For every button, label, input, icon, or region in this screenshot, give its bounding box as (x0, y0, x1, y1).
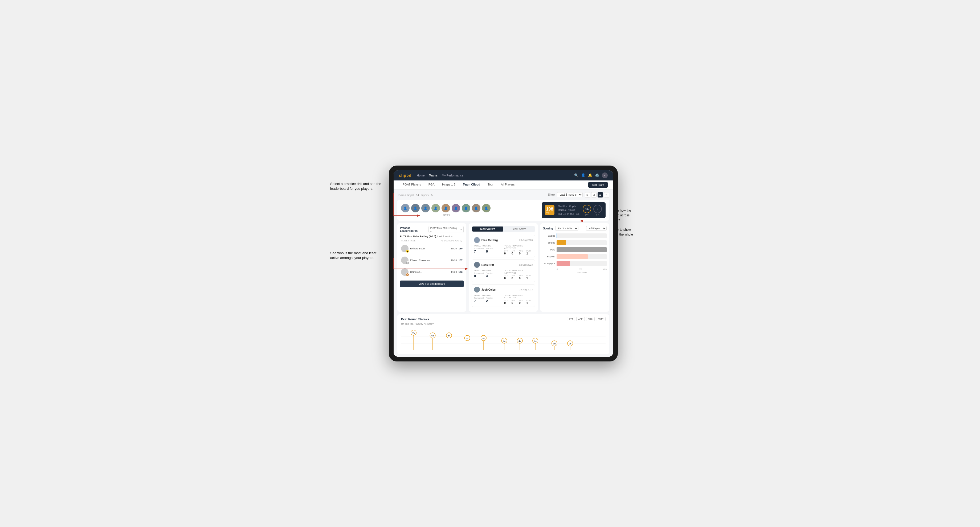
pac-header-1: Blair McHarg 26 Aug 2023 (474, 237, 533, 243)
lb-panel-header: Practice Leaderboards PUTT Must Make Put… (400, 226, 464, 233)
view-filter-icon[interactable]: ⇅ (604, 192, 609, 197)
player-avatar-6[interactable]: 👤 (452, 204, 460, 213)
scoring-panel-header: Scoring Par 3, 4 & 5s All Players (543, 226, 607, 231)
bar-fill-birdies (557, 240, 566, 245)
subnav-teamclippd[interactable]: Team Clippd (459, 181, 484, 189)
svg-text:5x: 5x (466, 337, 469, 340)
bar-fill-bogeys (557, 254, 588, 259)
pac-avatar-3 (474, 287, 480, 292)
pac-name-3: Josh Coles (482, 288, 496, 291)
activity-card-1: Blair McHarg 26 Aug 2023 Total Rounds To (472, 235, 535, 257)
lb-avatar-1: ★ (401, 245, 409, 252)
view-grid2-icon[interactable]: ⊞ (585, 192, 590, 197)
activity-panel: Most Active Least Active Blair McHarg 26… (469, 223, 538, 312)
player-avatar-8[interactable]: 👤 (472, 204, 480, 213)
nav-link-performance[interactable]: My Performance (442, 173, 463, 178)
streaks-title: Best Round Streaks (401, 317, 429, 321)
shot-circles: 16 yds 0 yds (583, 205, 602, 216)
nav-link-teams[interactable]: Teams (429, 173, 438, 178)
chart-axis: 0 200 400 (543, 268, 607, 270)
player-avatar-5[interactable]: 👤 (442, 204, 450, 213)
lb-score-2: 18/20 (451, 259, 457, 262)
lb-avg-1: 110 (458, 247, 463, 250)
svg-text:3x: 3x (569, 343, 572, 345)
pac-date-1: 26 Aug 2023 (519, 239, 533, 241)
player-avatar-9[interactable]: 👤 (482, 204, 490, 213)
scoring-bar-chart: Eagles 3 Birdies 96 (543, 233, 607, 266)
player-avatar-7[interactable]: 👤 (462, 204, 470, 213)
pac-date-3: 26 Aug 2023 (519, 288, 533, 291)
lb-score-1: 19/20 (451, 247, 457, 250)
lb-row-1: ★ Richard Butler 19/20 110 (400, 243, 464, 254)
player-avatar-3[interactable]: 👤 (421, 204, 430, 213)
bell-icon[interactable]: 🔔 (588, 173, 592, 177)
lb-dropdown[interactable]: PUTT Must Make Putting ... ▾ (428, 226, 464, 233)
chart-axis-label: Total Shots (543, 271, 607, 274)
subnav-tour[interactable]: Tour (484, 181, 497, 189)
view-grid3-icon[interactable]: ⊟ (591, 192, 597, 197)
team-header: Team Clippd 14 Players ✎ Show Last 3 mon… (397, 192, 609, 197)
lb-table-header: PLAYER NAME PB SCORE PB AVG SQ (400, 240, 464, 242)
bar-fill-pars (557, 247, 607, 252)
view-list-icon[interactable]: ☰ (598, 192, 603, 197)
streaks-filter-ott[interactable]: OTT (567, 317, 575, 321)
subnav-allplayers[interactable]: All Players (497, 181, 519, 189)
streaks-filter-putt[interactable]: PUTT (596, 317, 606, 321)
sub-nav: PGAT Players PGA Hcaps 1-5 Team Clippd T… (394, 181, 613, 189)
search-icon[interactable]: 🔍 (574, 173, 578, 177)
edit-icon[interactable]: ✎ (431, 194, 433, 197)
shot-badge: 198 SQ (545, 205, 554, 215)
subnav-hcaps[interactable]: Hcaps 1-5 (438, 181, 459, 189)
nav-logo: clippd (399, 173, 412, 178)
pac-stats-3: Total Rounds Tournament 7 Practice (474, 294, 533, 305)
svg-text:7x: 7x (412, 332, 415, 334)
players-label: Players (401, 213, 490, 216)
annotation-top-left: Select a practice drill and see the lead… (330, 181, 383, 191)
tab-most-active[interactable]: Most Active (472, 227, 503, 232)
avatar[interactable]: ▾ (602, 173, 608, 178)
add-team-button[interactable]: Add Team (588, 182, 608, 187)
streaks-filter-btns: OTT APP ARG PUTT (567, 317, 606, 321)
people-icon[interactable]: 👤 (581, 173, 585, 177)
streaks-filter-app[interactable]: APP (576, 317, 585, 321)
bar-fill-eagles (557, 233, 557, 238)
lb-row-2: 2 Edward Crossman 18/20 107 (400, 255, 464, 266)
lb-avg-3: 103 (458, 271, 463, 273)
shot-card: 198 SQ Shot Dist: 16 yds Start Lie: Roug… (542, 202, 606, 218)
streaks-header: Best Round Streaks OTT APP ARG PUTT (401, 317, 606, 321)
lb-name-1: Richard Butler (410, 247, 449, 250)
activity-card-3: Josh Coles 26 Aug 2023 Total Rounds Tour (472, 284, 535, 307)
practice-leaderboard-panel: Practice Leaderboards PUTT Must Make Put… (397, 223, 466, 312)
scoring-filter-1[interactable]: Par 3, 4 & 5s (555, 226, 578, 231)
lb-avg-2: 107 (458, 259, 463, 262)
streaks-section: Best Round Streaks OTT APP ARG PUTT Off … (397, 314, 609, 354)
player-avatar-2[interactable]: 👤 (411, 204, 420, 213)
player-avatar-1[interactable]: 👤 (401, 204, 410, 213)
show-select[interactable]: Last 3 months Last 6 months Last year (557, 192, 583, 197)
lb-name-2: Edward Crossman (410, 259, 449, 262)
settings-icon[interactable]: ⚙️ (595, 173, 599, 177)
subnav-pgat[interactable]: PGAT Players (399, 181, 425, 189)
scoring-filter-2[interactable]: All Players (586, 226, 607, 231)
scoring-panel: Scoring Par 3, 4 & 5s All Players Eagles (540, 223, 609, 312)
view-icons: ⊞ ⊟ ☰ ⇅ (585, 192, 609, 197)
subnav-pga[interactable]: PGA (425, 181, 438, 189)
tab-least-active[interactable]: Least Active (503, 227, 535, 232)
streaks-filter-arg[interactable]: ARG (586, 317, 595, 321)
lb-subtitle: PUTT Must Make Putting (3-6 ft), Last 3 … (400, 235, 464, 238)
lb-panel-title: Practice Leaderboards (400, 227, 428, 232)
shot-yds-left: 16 (583, 205, 591, 213)
player-avatar-4[interactable]: 👤 (431, 204, 440, 213)
rank-badge-gold: ★ (406, 250, 409, 253)
bar-eagles: Eagles 3 (543, 233, 607, 238)
pac-stats-2: Total Rounds Tournament 8 Practice (474, 269, 533, 280)
nav-link-home[interactable]: Home (417, 173, 425, 178)
team-title: Team Clippd 14 Players ✎ (397, 192, 433, 197)
view-full-leaderboard-button[interactable]: View Full Leaderboard (400, 281, 464, 287)
player-avatars: 👤 👤 👤 👤 👤 👤 👤 👤 👤 (401, 204, 490, 213)
bar-pars: Pars 499 (543, 247, 607, 252)
lb-name-3: Cameron... (410, 271, 449, 273)
activity-tabs: Most Active Least Active (472, 226, 535, 232)
lb-row-3: 3 Cameron... 17/20 103 (400, 267, 464, 277)
svg-text:6x: 6x (448, 335, 450, 337)
